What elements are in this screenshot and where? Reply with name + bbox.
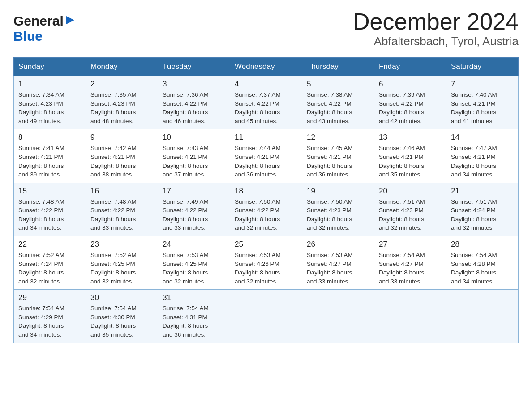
weekday-header-thursday: Thursday — [302, 58, 374, 76]
calendar-cell: 30Sunrise: 7:54 AMSunset: 4:30 PMDayligh… — [86, 290, 158, 343]
day-info: Sunrise: 7:45 AMSunset: 4:21 PMDaylight:… — [307, 144, 369, 179]
day-info: Sunrise: 7:42 AMSunset: 4:21 PMDaylight:… — [90, 144, 153, 179]
calendar-cell: 16Sunrise: 7:48 AMSunset: 4:22 PMDayligh… — [86, 183, 158, 236]
day-number: 11 — [235, 133, 297, 142]
day-number: 10 — [163, 133, 225, 142]
day-info: Sunrise: 7:53 AMSunset: 4:26 PMDaylight:… — [235, 251, 297, 286]
calendar-cell — [302, 290, 374, 343]
day-number: 21 — [451, 187, 514, 196]
week-row-5: 29Sunrise: 7:54 AMSunset: 4:29 PMDayligh… — [14, 290, 519, 343]
day-info: Sunrise: 7:44 AMSunset: 4:21 PMDaylight:… — [235, 144, 297, 179]
day-info: Sunrise: 7:47 AMSunset: 4:21 PMDaylight:… — [451, 144, 514, 179]
calendar-cell: 22Sunrise: 7:52 AMSunset: 4:24 PMDayligh… — [14, 236, 86, 289]
day-number: 3 — [163, 80, 225, 89]
weekday-header-tuesday: Tuesday — [158, 58, 230, 76]
calendar-cell: 2Sunrise: 7:35 AMSunset: 4:23 PMDaylight… — [86, 76, 158, 129]
day-info: Sunrise: 7:53 AMSunset: 4:25 PMDaylight:… — [163, 251, 225, 286]
day-info: Sunrise: 7:49 AMSunset: 4:22 PMDaylight:… — [163, 197, 225, 232]
svg-marker-0 — [66, 16, 74, 24]
day-number: 15 — [18, 187, 81, 196]
day-number: 4 — [235, 80, 297, 89]
calendar-cell: 18Sunrise: 7:50 AMSunset: 4:22 PMDayligh… — [230, 183, 302, 236]
calendar-cell: 1Sunrise: 7:34 AMSunset: 4:23 PMDaylight… — [14, 76, 86, 129]
day-info: Sunrise: 7:41 AMSunset: 4:21 PMDaylight:… — [18, 144, 81, 179]
day-info: Sunrise: 7:39 AMSunset: 4:22 PMDaylight:… — [379, 90, 442, 125]
calendar-cell: 25Sunrise: 7:53 AMSunset: 4:26 PMDayligh… — [230, 236, 302, 289]
day-number: 1 — [18, 80, 81, 89]
day-info: Sunrise: 7:54 AMSunset: 4:27 PMDaylight:… — [379, 251, 442, 286]
calendar-cell: 6Sunrise: 7:39 AMSunset: 4:22 PMDaylight… — [374, 76, 446, 129]
calendar-cell: 14Sunrise: 7:47 AMSunset: 4:21 PMDayligh… — [446, 129, 519, 183]
weekday-header-row: SundayMondayTuesdayWednesdayThursdayFrid… — [14, 58, 519, 76]
day-info: Sunrise: 7:37 AMSunset: 4:22 PMDaylight:… — [235, 90, 297, 125]
calendar-cell: 4Sunrise: 7:37 AMSunset: 4:22 PMDaylight… — [230, 76, 302, 129]
day-info: Sunrise: 7:35 AMSunset: 4:23 PMDaylight:… — [90, 90, 153, 125]
day-number: 5 — [307, 80, 369, 89]
page-header: General Blue December 2024 Abfaltersbach… — [13, 9, 519, 48]
day-number: 24 — [163, 240, 225, 249]
calendar-cell: 3Sunrise: 7:36 AMSunset: 4:22 PMDaylight… — [158, 76, 230, 129]
calendar-cell: 20Sunrise: 7:51 AMSunset: 4:23 PMDayligh… — [374, 183, 446, 236]
calendar-cell: 28Sunrise: 7:54 AMSunset: 4:28 PMDayligh… — [446, 236, 519, 289]
calendar-cell: 27Sunrise: 7:54 AMSunset: 4:27 PMDayligh… — [374, 236, 446, 289]
day-number: 13 — [379, 133, 442, 142]
day-info: Sunrise: 7:36 AMSunset: 4:22 PMDaylight:… — [163, 90, 225, 125]
day-number: 7 — [451, 80, 514, 89]
logo-blue: Blue — [13, 29, 43, 43]
logo-general: General — [13, 13, 64, 29]
day-info: Sunrise: 7:54 AMSunset: 4:31 PMDaylight:… — [163, 304, 225, 339]
weekday-header-saturday: Saturday — [446, 58, 519, 76]
calendar-cell: 10Sunrise: 7:43 AMSunset: 4:21 PMDayligh… — [158, 129, 230, 183]
day-info: Sunrise: 7:50 AMSunset: 4:22 PMDaylight:… — [235, 197, 297, 232]
calendar-cell: 11Sunrise: 7:44 AMSunset: 4:21 PMDayligh… — [230, 129, 302, 183]
weekday-header-monday: Monday — [86, 58, 158, 76]
day-number: 18 — [235, 187, 297, 196]
calendar-cell — [446, 290, 519, 343]
calendar-cell: 26Sunrise: 7:53 AMSunset: 4:27 PMDayligh… — [302, 236, 374, 289]
day-number: 28 — [451, 240, 514, 249]
day-number: 27 — [379, 240, 442, 249]
calendar-cell: 9Sunrise: 7:42 AMSunset: 4:21 PMDaylight… — [86, 129, 158, 183]
day-number: 2 — [90, 80, 153, 89]
calendar-cell: 19Sunrise: 7:50 AMSunset: 4:23 PMDayligh… — [302, 183, 374, 236]
day-number: 6 — [379, 80, 442, 89]
calendar-cell: 13Sunrise: 7:46 AMSunset: 4:21 PMDayligh… — [374, 129, 446, 183]
day-info: Sunrise: 7:34 AMSunset: 4:23 PMDaylight:… — [18, 90, 81, 125]
day-info: Sunrise: 7:48 AMSunset: 4:22 PMDaylight:… — [18, 197, 81, 232]
day-number: 31 — [163, 293, 225, 302]
calendar-cell: 23Sunrise: 7:52 AMSunset: 4:25 PMDayligh… — [86, 236, 158, 289]
week-row-4: 22Sunrise: 7:52 AMSunset: 4:24 PMDayligh… — [14, 236, 519, 289]
day-number: 23 — [90, 240, 153, 249]
day-info: Sunrise: 7:50 AMSunset: 4:23 PMDaylight:… — [307, 197, 369, 232]
day-info: Sunrise: 7:54 AMSunset: 4:30 PMDaylight:… — [90, 304, 153, 339]
day-number: 29 — [18, 293, 81, 302]
calendar-cell: 29Sunrise: 7:54 AMSunset: 4:29 PMDayligh… — [14, 290, 86, 343]
week-row-3: 15Sunrise: 7:48 AMSunset: 4:22 PMDayligh… — [14, 183, 519, 236]
calendar-cell: 31Sunrise: 7:54 AMSunset: 4:31 PMDayligh… — [158, 290, 230, 343]
day-info: Sunrise: 7:53 AMSunset: 4:27 PMDaylight:… — [307, 251, 369, 286]
day-info: Sunrise: 7:48 AMSunset: 4:22 PMDaylight:… — [90, 197, 153, 232]
logo-arrow-icon — [65, 15, 75, 27]
day-info: Sunrise: 7:51 AMSunset: 4:23 PMDaylight:… — [379, 197, 442, 232]
day-number: 19 — [307, 187, 369, 196]
day-info: Sunrise: 7:54 AMSunset: 4:29 PMDaylight:… — [18, 304, 81, 339]
calendar-cell: 7Sunrise: 7:40 AMSunset: 4:21 PMDaylight… — [446, 76, 519, 129]
day-info: Sunrise: 7:52 AMSunset: 4:24 PMDaylight:… — [18, 251, 81, 286]
day-info: Sunrise: 7:46 AMSunset: 4:21 PMDaylight:… — [379, 144, 442, 179]
month-title: December 2024 — [353, 9, 519, 34]
day-number: 26 — [307, 240, 369, 249]
day-number: 16 — [90, 187, 153, 196]
calendar-cell: 15Sunrise: 7:48 AMSunset: 4:22 PMDayligh… — [14, 183, 86, 236]
calendar-cell: 12Sunrise: 7:45 AMSunset: 4:21 PMDayligh… — [302, 129, 374, 183]
week-row-1: 1Sunrise: 7:34 AMSunset: 4:23 PMDaylight… — [14, 76, 519, 129]
weekday-header-sunday: Sunday — [14, 58, 86, 76]
logo: General Blue — [13, 13, 75, 44]
calendar-cell — [374, 290, 446, 343]
day-info: Sunrise: 7:54 AMSunset: 4:28 PMDaylight:… — [451, 251, 514, 286]
day-info: Sunrise: 7:43 AMSunset: 4:21 PMDaylight:… — [163, 144, 225, 179]
week-row-2: 8Sunrise: 7:41 AMSunset: 4:21 PMDaylight… — [14, 129, 519, 183]
day-number: 14 — [451, 133, 514, 142]
day-info: Sunrise: 7:38 AMSunset: 4:22 PMDaylight:… — [307, 90, 369, 125]
calendar-cell: 17Sunrise: 7:49 AMSunset: 4:22 PMDayligh… — [158, 183, 230, 236]
day-info: Sunrise: 7:51 AMSunset: 4:24 PMDaylight:… — [451, 197, 514, 232]
